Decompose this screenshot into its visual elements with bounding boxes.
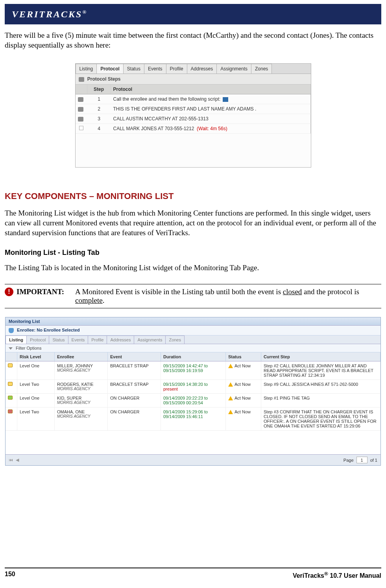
current-step-cell: Step #9 CALL JESSICA HINES AT 571-262-50… (261, 380, 380, 393)
ml-col-headers: Risk Level Enrollee Event Duration Statu… (6, 352, 380, 361)
pager-nav: ⏮ ◀ (9, 457, 22, 463)
important-text: A Monitored Event is visible in the List… (75, 288, 381, 305)
page-number-input[interactable]: 1 (356, 457, 368, 463)
status-cell: Act Now (226, 407, 261, 430)
protocol-row[interactable]: 3 CALL AUSTIN MCCARTHY AT 202-555-1313 (76, 114, 311, 124)
filter-options[interactable]: Filter Options (6, 344, 380, 352)
risk-cell: Level One (17, 361, 55, 380)
protocol-rows: 1 Call the enrollee and read them the fo… (76, 94, 311, 167)
ml-tab-zones[interactable]: Zones (165, 335, 185, 344)
script-chip-icon[interactable] (223, 97, 228, 102)
section-paragraph: The Monitoring List widget is the hub fr… (5, 208, 381, 238)
warn-icon (228, 382, 233, 387)
table-row[interactable]: Level TwoRODGERS, KATIEMORRIS AGENCYBRAC… (6, 380, 380, 394)
page-number: 150 (5, 571, 15, 579)
enrollee-cell: OMAHA, ONEMORRIS AGENCY (55, 407, 108, 430)
tab-protocol[interactable]: Protocol (96, 64, 124, 74)
event-cell: ON CHARGER (108, 407, 161, 430)
row-icon (78, 107, 83, 112)
duration-cell: 09/15/2009 14:38:20 topresent (161, 380, 226, 393)
subsection-heading: Monitoring List - Listing Tab (5, 249, 381, 257)
protocol-row[interactable]: 2 THIS IS THE OFFENDERS FIRST AND LAST N… (76, 104, 311, 114)
manual-title: VeriTracks® 10.7 User Manual (293, 571, 381, 579)
section-heading: KEY COMPONENTS – MONITORING LIST (5, 191, 381, 201)
brand-text: VERITRACKS® (12, 9, 87, 20)
current-step-cell: Step #3 CONFIRM THAT THE ON CHARGER EVEN… (261, 407, 380, 430)
status-cell: Act Now (226, 380, 261, 393)
ml-tab-status[interactable]: Status (49, 335, 68, 344)
duration-cell: 09/15/2009 14:42:47 to09/15/2009 16:19:5… (161, 361, 226, 380)
wait-timer: (Wait: 4m 56s) (197, 126, 227, 131)
tab-status[interactable]: Status (123, 64, 144, 74)
ml-tab-listing[interactable]: Listing (6, 335, 27, 344)
protocol-subheader: Protocol Steps (76, 74, 311, 85)
current-step-cell: Step #2 CALL ENROLLEE JOHNNY MILLER AT A… (261, 361, 380, 380)
status-cell: Act Now (226, 394, 261, 407)
lock-icon (8, 409, 13, 413)
enrollee-cell: RODGERS, KATIEMORRIS AGENCY (55, 380, 108, 393)
event-cell: BRACELET STRAP (108, 361, 161, 380)
risk-cell: Level Two (17, 407, 55, 430)
row-icon (78, 117, 83, 122)
protocol-col-headers: Step Protocol (76, 85, 311, 94)
risk-cell: Level One (17, 394, 55, 407)
ml-tab-profile[interactable]: Profile (88, 335, 107, 344)
warn-icon (228, 396, 233, 400)
filter-icon (9, 347, 13, 350)
lock-icon (8, 363, 13, 367)
lock-icon (8, 382, 13, 386)
ml-tab-addresses[interactable]: Addresses (107, 335, 134, 344)
enrollee-cell: MILLER, JOHNNYMORRIS AGENCY (55, 361, 108, 380)
lock-icon (8, 396, 13, 400)
tab-listing[interactable]: Listing (76, 64, 97, 74)
status-cell: Act Now (226, 361, 261, 380)
prev-page-icon[interactable]: ◀ (16, 457, 21, 463)
tab-addresses[interactable]: Addresses (187, 64, 217, 74)
event-cell: ON CHARGER (108, 394, 161, 407)
exclamation-icon: ! (5, 288, 13, 296)
ml-tab-events[interactable]: Events (68, 335, 89, 344)
panel-title: Monitoring List (6, 317, 380, 326)
enrollee-cell: KID, SUPERMORRIS AGENCY (55, 394, 108, 407)
ml-tabs: Listing Protocol Status Events Profile A… (6, 335, 380, 344)
duration-cell: 09/14/2009 15:29:06 to09/14/2009 15:46:1… (161, 407, 226, 430)
protocol-row[interactable]: 4 CALL MARK JONES AT 703-555-1212 (Wait:… (76, 124, 311, 134)
tab-events[interactable]: Events (144, 64, 166, 74)
important-callout: ! IMPORTANT: A Monitored Event is visibl… (5, 284, 381, 308)
protocol-row[interactable]: 1 Call the enrollee and read them the fo… (76, 94, 311, 104)
first-page-icon[interactable]: ⏮ (9, 457, 14, 463)
current-step-cell: Step #1 PING THE TAG (261, 394, 380, 407)
warn-icon (228, 410, 233, 414)
protocol-tabs: Listing Protocol Status Events Profile A… (76, 64, 311, 74)
table-row[interactable]: Level OneKID, SUPERMORRIS AGENCYON CHARG… (6, 394, 380, 407)
event-cell: BRACELET STRAP (108, 380, 161, 393)
table-row[interactable]: Level TwoOMAHA, ONEMORRIS AGENCYON CHARG… (6, 407, 380, 431)
tab-profile[interactable]: Profile (166, 64, 187, 74)
important-label: IMPORTANT: (17, 288, 64, 305)
list-icon (79, 77, 84, 82)
duration-cell: 09/14/2009 20:22:23 to09/15/2009 00:20:5… (161, 394, 226, 407)
pager-bar: ⏮ ◀ Page 1 of 1 (6, 454, 380, 465)
enrollee-bar: Enrollee: No Enrollee Selected (6, 326, 380, 335)
subsection-paragraph: The Listing Tab is located in the Monito… (5, 263, 381, 273)
checkbox-empty-icon[interactable] (79, 126, 83, 130)
tab-zones[interactable]: Zones (251, 64, 272, 74)
document-footer: 150 VeriTracks® 10.7 User Manual (5, 568, 381, 579)
brand-banner: VERITRACKS® (5, 4, 381, 24)
warn-icon (228, 364, 233, 368)
tab-assignments[interactable]: Assignments (216, 64, 251, 74)
table-row[interactable]: Level OneMILLER, JOHNNYMORRIS AGENCYBRAC… (6, 361, 380, 380)
pager-right: Page 1 of 1 (344, 457, 377, 463)
person-icon (9, 328, 14, 333)
ml-tab-assignments[interactable]: Assignments (134, 335, 166, 344)
protocol-steps-panel: Listing Protocol Status Events Profile A… (75, 63, 311, 168)
row-icon (78, 97, 83, 102)
risk-cell: Level Two (17, 380, 55, 393)
monitoring-list-panel: Monitoring List Enrollee: No Enrollee Se… (5, 317, 381, 466)
intro-paragraph: There will be a five (5) minute wait tim… (5, 31, 381, 50)
ml-tab-protocol[interactable]: Protocol (26, 335, 49, 344)
